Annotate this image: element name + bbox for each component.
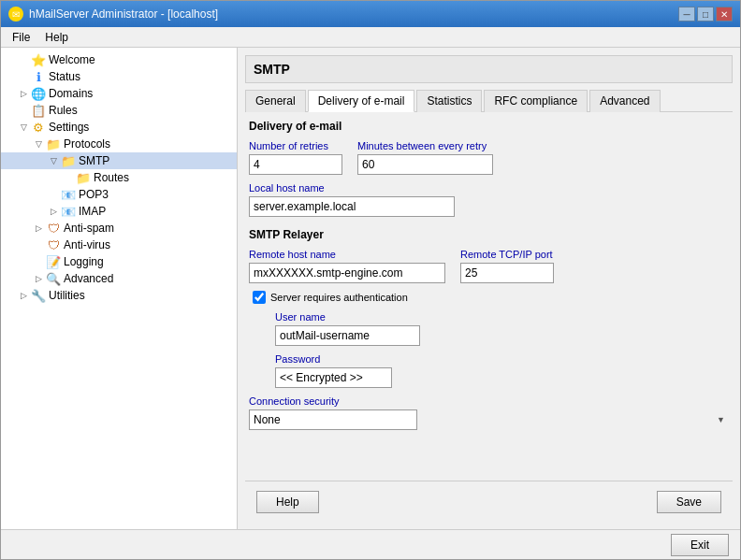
tab-bar: General Delivery of e-mail Statistics RF… — [245, 89, 733, 112]
retries-label: Number of retries — [249, 140, 342, 151]
sidebar-label-antivirus: Anti-virus — [64, 238, 110, 251]
minutes-input[interactable] — [357, 154, 493, 175]
expander-advanced: ▷ — [31, 271, 46, 286]
tab-general[interactable]: General — [245, 90, 306, 112]
settings-icon: ⚙ — [31, 120, 46, 135]
sidebar-item-antispam[interactable]: ▷ 🛡 Anti-spam — [1, 220, 237, 237]
tab-rfc[interactable]: RFC compliance — [484, 90, 588, 112]
remote-port-input[interactable] — [460, 263, 554, 283]
expander-smtp: ▽ — [46, 153, 61, 168]
auth-checkbox-row: Server requires authentication — [253, 291, 729, 304]
utilities-icon: 🔧 — [31, 288, 46, 303]
localhost-group: Local host name — [249, 182, 729, 217]
expander-domains: ▷ — [16, 86, 31, 101]
exit-button[interactable]: Exit — [671, 534, 729, 556]
sidebar-label-utilities: Utilities — [49, 289, 85, 302]
sidebar-label-status: Status — [49, 70, 80, 83]
welcome-icon: ⭐ — [31, 52, 46, 67]
sidebar-item-pop3[interactable]: 📧 POP3 — [1, 186, 237, 203]
menu-bar: File Help — [1, 27, 740, 48]
expander-welcome — [16, 52, 31, 67]
remote-host-input[interactable] — [249, 263, 445, 283]
pop3-icon: 📧 — [61, 187, 76, 202]
sidebar-label-domains: Domains — [49, 87, 93, 100]
title-controls: ─ □ ✕ — [678, 7, 733, 22]
sidebar-item-settings[interactable]: ▽ ⚙ Settings — [1, 119, 237, 136]
menu-help[interactable]: Help — [37, 29, 76, 46]
relayer-section-title: SMTP Relayer — [249, 228, 729, 241]
bottom-bar: Help Save — [245, 481, 733, 522]
remote-host-label: Remote host name — [249, 249, 445, 260]
sidebar-item-rules[interactable]: 📋 Rules — [1, 102, 237, 119]
app-icon: ✉ — [8, 7, 23, 22]
save-button[interactable]: Save — [657, 491, 721, 513]
sidebar-item-status[interactable]: ℹ Status — [1, 68, 237, 85]
username-group: User name — [275, 311, 729, 346]
expander-protocols: ▽ — [31, 136, 46, 151]
username-input[interactable] — [275, 325, 420, 346]
menu-file[interactable]: File — [5, 29, 37, 46]
sidebar: ⭐ Welcome ℹ Status ▷ 🌐 Domains 📋 Rules — [1, 48, 238, 529]
auth-checkbox[interactable] — [253, 291, 266, 304]
remote-port-label: Remote TCP/IP port — [460, 249, 554, 260]
minimize-button[interactable]: ─ — [678, 7, 695, 22]
connection-security-select[interactable]: None STARTTLS SSL/TLS — [249, 409, 417, 430]
connection-security-label: Connection security — [249, 395, 729, 407]
sidebar-item-logging[interactable]: 📝 Logging — [1, 253, 237, 270]
sidebar-item-advanced[interactable]: ▷ 🔍 Advanced — [1, 270, 237, 287]
maximize-button[interactable]: □ — [697, 7, 714, 22]
expander-imap: ▷ — [46, 204, 61, 219]
sidebar-item-domains[interactable]: ▷ 🌐 Domains — [1, 85, 237, 102]
password-input[interactable] — [275, 367, 392, 388]
expander-logging — [31, 254, 46, 269]
main-content: ⭐ Welcome ℹ Status ▷ 🌐 Domains 📋 Rules — [1, 48, 740, 529]
retries-input[interactable] — [249, 154, 342, 175]
tab-advanced[interactable]: Advanced — [589, 90, 660, 112]
title-bar: ✉ hMailServer Administrator - [localhost… — [1, 1, 740, 27]
sidebar-label-pop3: POP3 — [79, 188, 109, 201]
delivery-section-title: Delivery of e-mail — [249, 120, 729, 133]
sidebar-label-rules: Rules — [49, 104, 78, 117]
sidebar-label-settings: Settings — [49, 121, 89, 134]
localhost-input[interactable] — [249, 196, 455, 217]
sidebar-item-antivirus[interactable]: 🛡 Anti-virus — [1, 237, 237, 253]
antivirus-icon: 🛡 — [46, 237, 61, 252]
title-bar-left: ✉ hMailServer Administrator - [localhost… — [8, 7, 218, 22]
password-label: Password — [275, 353, 729, 365]
advanced-icon: 🔍 — [46, 271, 61, 286]
connection-security-group: Connection security None STARTTLS SSL/TL… — [249, 395, 729, 430]
sidebar-label-routes: Routes — [94, 171, 129, 184]
expander-routes — [61, 170, 76, 185]
tab-statistics[interactable]: Statistics — [416, 90, 482, 112]
sidebar-label-smtp: SMTP — [79, 154, 109, 167]
sidebar-item-routes[interactable]: 📁 Routes — [1, 169, 237, 186]
sidebar-label-antispam: Anti-spam — [64, 222, 114, 235]
routes-icon: 📁 — [76, 170, 91, 185]
username-label: User name — [275, 311, 729, 323]
sidebar-item-welcome[interactable]: ⭐ Welcome — [1, 51, 237, 68]
remote-host-row: Remote host name Remote TCP/IP port — [249, 249, 729, 283]
retries-row: Number of retries Minutes between every … — [249, 140, 729, 175]
sidebar-item-protocols[interactable]: ▽ 📁 Protocols — [1, 136, 237, 152]
expander-settings: ▽ — [16, 120, 31, 135]
password-group: Password — [275, 353, 729, 388]
content-panel: SMTP General Delivery of e-mail Statisti… — [238, 48, 740, 529]
status-icon: ℹ — [31, 69, 46, 84]
retries-group: Number of retries — [249, 140, 342, 175]
expander-antispam: ▷ — [31, 221, 46, 236]
main-window: ✉ hMailServer Administrator - [localhost… — [0, 0, 741, 560]
close-button[interactable]: ✕ — [716, 7, 733, 22]
tab-delivery[interactable]: Delivery of e-mail — [308, 90, 415, 112]
tab-content: Delivery of e-mail Number of retries Min… — [245, 120, 733, 481]
exit-bar: Exit — [1, 529, 740, 559]
sidebar-item-smtp[interactable]: ▽ 📁 SMTP — [1, 152, 237, 169]
sidebar-item-utilities[interactable]: ▷ 🔧 Utilities — [1, 287, 237, 304]
remote-host-group: Remote host name — [249, 249, 445, 283]
expander-status — [16, 69, 31, 84]
expander-pop3 — [46, 187, 61, 202]
sidebar-item-imap[interactable]: ▷ 📧 IMAP — [1, 203, 237, 220]
panel-title: SMTP — [245, 55, 733, 83]
help-button[interactable]: Help — [256, 491, 319, 513]
expander-antivirus — [31, 237, 46, 252]
sidebar-label-advanced: Advanced — [64, 272, 113, 285]
